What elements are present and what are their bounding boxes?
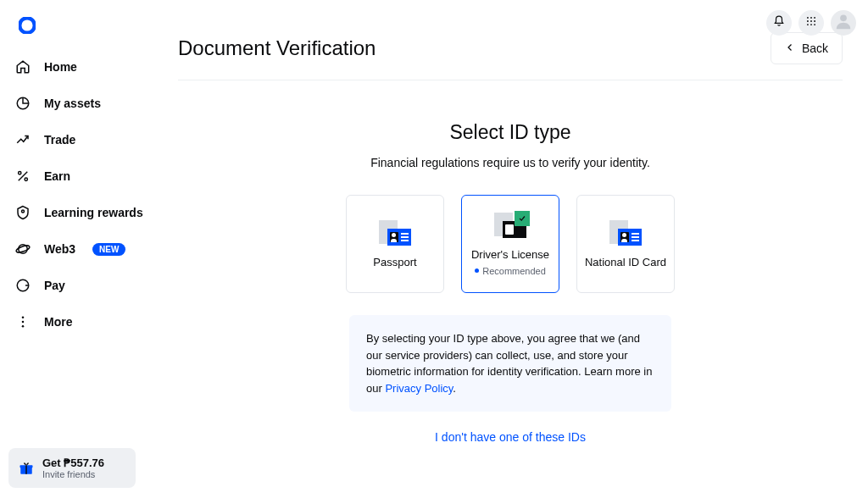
svg-point-18 xyxy=(810,20,812,22)
sidebar-item-web3[interactable]: Web3 NEW xyxy=(15,241,153,257)
sidebar-item-home[interactable]: Home xyxy=(15,59,153,75)
svg-point-6 xyxy=(15,244,31,253)
id-option-drivers-license[interactable]: Driver's License Recommended xyxy=(461,195,559,293)
passport-icon xyxy=(379,220,411,246)
svg-point-16 xyxy=(814,17,815,19)
sidebar-item-label: Earn xyxy=(44,169,70,183)
sidebar-item-label: Trade xyxy=(44,133,75,147)
user-icon xyxy=(834,12,853,34)
id-option-passport[interactable]: Passport xyxy=(346,195,444,293)
svg-point-14 xyxy=(807,17,809,19)
svg-point-4 xyxy=(22,210,25,213)
id-option-national-id[interactable]: National ID Card xyxy=(576,195,675,293)
gift-icon xyxy=(19,461,34,476)
rewards-icon xyxy=(15,205,31,220)
planet-icon xyxy=(15,241,31,257)
invite-subtitle: Invite friends xyxy=(42,469,104,479)
svg-point-21 xyxy=(810,24,812,25)
drivers-license-icon xyxy=(494,213,526,238)
consent-box: By selecting your ID type above, you agr… xyxy=(349,315,671,412)
chevron-left-icon xyxy=(785,42,795,55)
nav: Home My assets Trade Earn Learning rewar… xyxy=(15,59,153,329)
select-heading: Select ID type xyxy=(449,121,570,144)
select-subheading: Financial regulations require us to veri… xyxy=(370,156,650,169)
svg-point-23 xyxy=(840,14,847,21)
invite-title: Get ₱557.76 xyxy=(42,456,104,469)
header-row: Document Verification Back xyxy=(178,8,843,80)
more-icon xyxy=(15,314,31,329)
logo[interactable] xyxy=(19,17,36,34)
recommended-badge: Recommended xyxy=(475,266,546,276)
apps-button[interactable] xyxy=(798,10,824,36)
page-title: Document Verification xyxy=(178,36,376,60)
back-label: Back xyxy=(802,42,828,55)
id-option-label: National ID Card xyxy=(585,256,666,268)
sidebar-item-trade[interactable]: Trade xyxy=(15,132,153,147)
sidebar-item-label: My assets xyxy=(44,97,101,110)
id-option-label: Driver's License xyxy=(471,248,549,261)
sidebar-item-more[interactable]: More xyxy=(15,314,153,329)
back-button[interactable]: Back xyxy=(771,32,843,64)
select-id-section: Select ID type Financial regulations req… xyxy=(178,121,843,444)
home-icon xyxy=(15,59,31,75)
privacy-policy-link[interactable]: Privacy Policy xyxy=(385,382,453,395)
sidebar-item-label: More xyxy=(44,315,72,329)
sidebar-item-label: Home xyxy=(44,60,77,74)
sidebar-item-learning[interactable]: Learning rewards xyxy=(15,205,153,220)
sidebar: Home My assets Trade Earn Learning rewar… xyxy=(0,0,153,498)
grid-icon xyxy=(805,15,817,30)
svg-point-0 xyxy=(19,18,35,33)
pie-icon xyxy=(15,96,31,111)
consent-text-end: . xyxy=(453,382,456,395)
id-options: Passport Driver's License Recommended xyxy=(346,195,675,293)
trend-icon xyxy=(15,132,31,147)
svg-point-19 xyxy=(814,20,815,22)
sidebar-item-label: Web3 xyxy=(44,242,75,256)
sidebar-item-pay[interactable]: Pay xyxy=(15,278,153,293)
svg-rect-13 xyxy=(25,465,27,474)
sidebar-item-label: Pay xyxy=(44,279,65,292)
national-id-icon xyxy=(609,220,642,246)
new-badge: NEW xyxy=(92,243,125,256)
bell-icon xyxy=(773,15,785,30)
avatar[interactable] xyxy=(831,10,856,36)
pay-icon xyxy=(15,278,31,293)
svg-point-17 xyxy=(807,20,809,22)
svg-point-15 xyxy=(810,17,812,19)
svg-point-20 xyxy=(807,24,809,25)
check-icon xyxy=(515,211,530,226)
percent-icon xyxy=(15,169,31,184)
invite-friends-box[interactable]: Get ₱557.76 Invite friends xyxy=(8,448,136,488)
svg-point-2 xyxy=(19,172,21,174)
top-icons xyxy=(766,10,856,36)
svg-point-10 xyxy=(22,325,25,328)
sidebar-item-label: Learning rewards xyxy=(44,206,143,219)
notifications-button[interactable] xyxy=(766,10,792,36)
svg-point-22 xyxy=(814,24,815,25)
sidebar-item-assets[interactable]: My assets xyxy=(15,96,153,111)
no-id-link[interactable]: I don't have one of these IDs xyxy=(435,430,586,444)
id-option-label: Passport xyxy=(373,256,416,268)
sidebar-item-earn[interactable]: Earn xyxy=(15,169,153,184)
svg-point-9 xyxy=(22,321,25,324)
svg-point-8 xyxy=(22,316,25,318)
main: Document Verification Back Select ID typ… xyxy=(153,0,868,498)
svg-point-3 xyxy=(25,178,27,180)
